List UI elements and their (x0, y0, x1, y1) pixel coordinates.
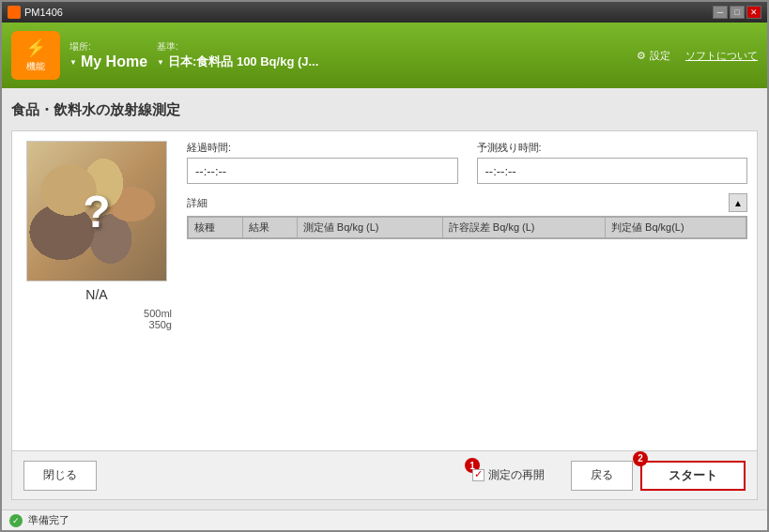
col-header-decision: 判定値 Bq/kg(L) (606, 218, 746, 238)
elapsed-input (187, 158, 458, 184)
app-icon (8, 6, 21, 19)
sample-image-bg: ? (27, 142, 166, 281)
remaining-field: 予測残り時間: (477, 141, 748, 184)
elapsed-label: 経過時間: (187, 141, 458, 155)
table-header-row: 核種 結果 測定値 Bq/kg (L) 許容誤差 Bq/kg (L) 判定値 B… (189, 218, 746, 238)
close-button[interactable]: 閉じる (23, 461, 97, 491)
remaining-label: 予測残り時間: (477, 141, 748, 155)
standard-label: 基準: (157, 40, 318, 53)
standard-value[interactable]: 日本:食料品 100 Bq/kg (J... (168, 53, 318, 70)
na-label: N/A (85, 287, 107, 302)
title-bar-left: PM1406 (8, 6, 63, 19)
sample-volume: 500ml (22, 308, 172, 319)
remaining-input (477, 158, 748, 184)
remeasure-label: 測定の再開 (488, 467, 545, 483)
scroll-up-button[interactable]: ▲ (729, 193, 747, 212)
col-header-nuclide: 核種 (189, 218, 243, 238)
details-section: 詳細 ▲ 核種 結果 測定値 Bq/kg (L) 許容誤差 (187, 193, 747, 441)
details-header: 詳細 ▲ (187, 193, 747, 212)
feature-button[interactable]: ⚡ 機能 (11, 31, 60, 80)
start-badge: 2 (633, 451, 648, 466)
question-mark-icon: ? (83, 186, 110, 237)
location-label: 場所: (69, 40, 147, 53)
location-dropdown-icon: ▼ (69, 58, 77, 67)
status-bar: ✓ 準備完了 (2, 509, 767, 530)
col-header-result: 結果 (242, 218, 297, 238)
status-check-icon: ✓ (12, 516, 20, 525)
maximize-button[interactable]: □ (730, 6, 745, 19)
start-button[interactable]: スタート (640, 461, 746, 491)
page-title: 食品・飲料水の放射線測定 (11, 98, 758, 123)
content-body: ? N/A 500ml 350g 経過時間: (12, 131, 757, 450)
sample-image: ? (26, 141, 167, 281)
app-title: PM1406 (24, 7, 63, 18)
location-value[interactable]: My Home (81, 53, 147, 70)
data-table: 核種 結果 測定値 Bq/kg (L) 許容誤差 Bq/kg (L) 判定値 B… (188, 217, 746, 238)
about-link[interactable]: ソフトについて (685, 49, 758, 63)
col-header-tolerance: 許容誤差 Bq/kg (L) (442, 218, 605, 238)
remeasure-group: 1 測定の再開 (472, 467, 545, 483)
feature-icon: ⚡ (25, 38, 46, 58)
remeasure-checkbox[interactable] (472, 469, 484, 481)
start-btn-wrapper: 2 スタート (640, 461, 746, 491)
standard-section: 基準: ▼ 日本:食料品 100 Bq/kg (J... (157, 40, 318, 70)
main-content: 食品・飲料水の放射線測定 ? N/A 500ml 350g (2, 88, 767, 509)
toolbar-right: ⚙ 設定 ソフトについて (637, 49, 758, 63)
details-label: 詳細 (187, 196, 208, 210)
toolbar: ⚡ 機能 場所: ▼ My Home 基準: ▼ 日本:食料品 100 Bq/k… (2, 23, 767, 88)
content-panel: ? N/A 500ml 350g 経過時間: (11, 130, 758, 500)
back-button[interactable]: 戻る (571, 461, 633, 491)
action-bar: 閉じる 1 測定の再開 戻る 2 スタート (12, 450, 757, 499)
left-panel: ? N/A 500ml 350g (22, 141, 172, 441)
sample-info: 500ml 350g (22, 308, 172, 330)
settings-label: 設定 (650, 49, 670, 63)
location-value-group: ▼ My Home (69, 53, 147, 70)
feature-label: 機能 (26, 60, 45, 73)
time-row: 経過時間: 予測残り時間: (187, 141, 747, 184)
table-container: 核種 結果 測定値 Bq/kg (L) 許容誤差 Bq/kg (L) 判定値 B… (187, 216, 747, 239)
status-icon: ✓ (9, 514, 23, 527)
status-text: 準備完了 (28, 513, 69, 527)
gear-icon: ⚙ (637, 50, 646, 62)
right-panel: 経過時間: 予測残り時間: 詳細 ▲ (187, 141, 747, 441)
settings-section[interactable]: ⚙ 設定 (637, 49, 670, 63)
location-section: 場所: ▼ My Home (69, 40, 147, 70)
title-bar: PM1406 ─ □ ✕ (2, 2, 767, 23)
elapsed-field: 経過時間: (187, 141, 458, 184)
standard-dropdown-icon: ▼ (157, 58, 164, 67)
standard-value-group: ▼ 日本:食料品 100 Bq/kg (J... (157, 53, 318, 70)
sample-weight: 350g (22, 319, 172, 330)
title-bar-controls: ─ □ ✕ (713, 6, 761, 19)
col-header-measured: 測定値 Bq/kg (L) (297, 218, 442, 238)
minimize-button[interactable]: ─ (713, 6, 728, 19)
close-window-button[interactable]: ✕ (746, 6, 761, 19)
main-window: PM1406 ─ □ ✕ ⚡ 機能 場所: ▼ My Home 基準: ▼ 日本… (0, 0, 769, 532)
